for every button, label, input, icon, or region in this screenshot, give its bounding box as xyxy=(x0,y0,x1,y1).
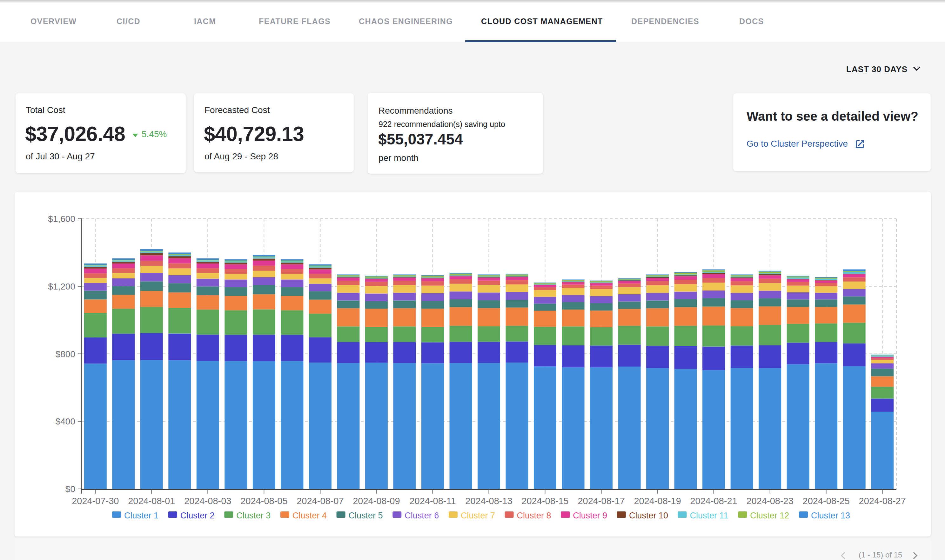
svg-text:Cluster 9: Cluster 9 xyxy=(573,511,607,520)
svg-text:2024-08-09: 2024-08-09 xyxy=(353,496,400,506)
svg-text:2024-08-23: 2024-08-23 xyxy=(746,496,794,506)
svg-text:2024-08-19: 2024-08-19 xyxy=(634,496,681,506)
svg-text:2024-08-05: 2024-08-05 xyxy=(240,496,287,506)
svg-text:$1,600: $1,600 xyxy=(48,214,75,224)
svg-text:2024-08-25: 2024-08-25 xyxy=(803,496,850,506)
svg-text:2024-07-30: 2024-07-30 xyxy=(72,496,119,506)
svg-text:2024-08-17: 2024-08-17 xyxy=(578,496,625,506)
svg-text:Cluster 8: Cluster 8 xyxy=(517,511,551,520)
svg-text:2024-08-15: 2024-08-15 xyxy=(522,496,568,506)
svg-text:2024-08-27: 2024-08-27 xyxy=(859,496,906,506)
svg-text:2024-08-11: 2024-08-11 xyxy=(409,496,456,506)
svg-text:2024-08-13: 2024-08-13 xyxy=(465,496,512,506)
svg-text:Cluster 4: Cluster 4 xyxy=(292,511,327,520)
svg-text:Cluster 12: Cluster 12 xyxy=(750,511,789,520)
svg-text:2024-08-21: 2024-08-21 xyxy=(690,496,737,506)
svg-text:Cluster 10: Cluster 10 xyxy=(629,511,668,520)
svg-text:2024-08-07: 2024-08-07 xyxy=(297,496,343,506)
svg-text:Cluster 11: Cluster 11 xyxy=(690,511,728,520)
svg-text:Cluster 1: Cluster 1 xyxy=(124,511,159,520)
svg-text:Cluster 2: Cluster 2 xyxy=(180,511,215,520)
svg-text:$400: $400 xyxy=(55,417,75,426)
svg-text:2024-08-01: 2024-08-01 xyxy=(128,496,175,506)
svg-text:$800: $800 xyxy=(55,349,75,359)
svg-text:Cluster 13: Cluster 13 xyxy=(811,511,850,520)
svg-text:Cluster 6: Cluster 6 xyxy=(405,511,439,520)
svg-text:2024-08-03: 2024-08-03 xyxy=(184,496,231,506)
svg-text:$1,200: $1,200 xyxy=(48,282,75,291)
svg-text:Cluster 3: Cluster 3 xyxy=(236,511,271,520)
svg-text:$0: $0 xyxy=(65,484,75,494)
svg-text:Cluster 7: Cluster 7 xyxy=(461,511,495,520)
svg-text:Cluster 5: Cluster 5 xyxy=(349,511,383,520)
